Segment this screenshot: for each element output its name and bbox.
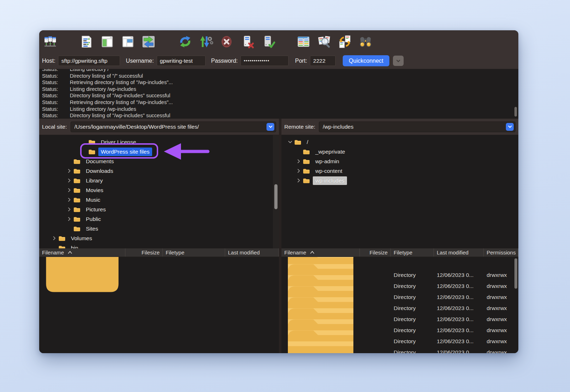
local-tree-scrollbar-thumb[interactable]: [274, 184, 278, 209]
cancel-icon: [219, 34, 234, 50]
expand-arrow[interactable]: [65, 207, 73, 212]
remote-path-field[interactable]: /wp-includes: [319, 122, 515, 132]
chevron-right-icon: [67, 179, 71, 182]
tree-item-label: Music: [83, 196, 103, 204]
expand-arrow[interactable]: [50, 236, 58, 241]
column-header-filetype[interactable]: Filetype: [163, 248, 225, 257]
local-tree-item-bin[interactable]: bin: [39, 243, 279, 248]
folder-icon: [303, 168, 310, 174]
remote-path-text: /wp-includes: [323, 124, 506, 130]
remote-list-scrollbar-thumb[interactable]: [514, 258, 517, 289]
expand-arrow[interactable]: [65, 178, 73, 184]
pane-splitter[interactable]: [279, 119, 281, 353]
quickconnect-button[interactable]: Quickconnect: [343, 55, 389, 66]
log-scrollbar-thumb[interactable]: [514, 107, 517, 117]
column-header-label: Filename: [284, 249, 306, 256]
find-files-button[interactable]: [357, 33, 374, 50]
column-header-permissions[interactable]: Permissions: [484, 248, 518, 257]
synchronized-browsing-button[interactable]: [337, 33, 353, 50]
chevron-right-icon: [67, 217, 71, 221]
local-tree-item-music[interactable]: Music: [39, 195, 279, 205]
column-header-filetype[interactable]: Filetype: [391, 248, 434, 257]
process-queue-button[interactable]: [198, 33, 214, 50]
refresh-button[interactable]: [177, 33, 193, 50]
tree-item-label: Driver License: [98, 138, 139, 146]
filename-filters-button[interactable]: [316, 33, 332, 50]
host-input[interactable]: [58, 56, 120, 66]
column-header-filesize[interactable]: Filesize: [125, 248, 163, 257]
username-input[interactable]: [157, 56, 206, 66]
remote-path-dropdown-button[interactable]: [506, 123, 514, 131]
expand-arrow[interactable]: [65, 168, 73, 174]
local-tree-item-sites[interactable]: Sites: [39, 224, 279, 233]
folder-icon: [303, 149, 310, 155]
message-log-icon: [79, 34, 94, 50]
expand-arrow[interactable]: [65, 216, 73, 222]
tree-item-label: /: [304, 138, 311, 146]
tree-item-label: Volumes: [68, 234, 94, 243]
local-tree-item-volumes[interactable]: Volumes: [39, 233, 279, 243]
tree-item-label: WordPress site files: [98, 148, 152, 156]
expand-arrow[interactable]: [294, 178, 303, 184]
tree-item-label: Library: [83, 176, 105, 185]
column-header-last-modified[interactable]: Last modified: [225, 248, 279, 257]
expand-arrow[interactable]: [65, 187, 73, 193]
expand-arrow[interactable]: [294, 168, 303, 174]
remote-tree-item-root[interactable]: /: [281, 137, 518, 147]
local-tree-item-driver-license[interactable]: Driver License: [39, 137, 279, 147]
directory-comparison-button[interactable]: [295, 33, 312, 50]
quickconnect-dropdown-button[interactable]: [393, 56, 404, 66]
collapse-arrow[interactable]: [286, 139, 294, 145]
column-header-last-modified[interactable]: Last modified: [434, 248, 484, 257]
remote-tree-item-wp-includes[interactable]: wp-includes: [281, 176, 518, 185]
local-path-field[interactable]: /Users/loganmayville/Desktop/WordPress s…: [71, 122, 276, 132]
column-header-filename[interactable]: Filename: [281, 248, 360, 257]
local-tree-item-downloads[interactable]: Downloads: [39, 166, 279, 176]
port-input[interactable]: [310, 56, 336, 66]
tree-item-label: Documents: [83, 157, 116, 166]
password-input[interactable]: [240, 56, 289, 66]
remote-tree-item-wp-content[interactable]: wp-content: [281, 166, 518, 176]
local-tree-item-library[interactable]: Library: [39, 176, 279, 185]
disconnect-button[interactable]: [239, 33, 255, 50]
remote-tree-toggle-button[interactable]: [120, 33, 136, 50]
local-tree-scrollbar[interactable]: [273, 135, 279, 248]
log-status-label: Status:: [42, 99, 70, 106]
remote-tree-item-wp-admin[interactable]: wp-admin: [281, 156, 518, 166]
local-tree-item-pictures[interactable]: Pictures: [39, 205, 279, 214]
local-tree-item-public[interactable]: Public: [39, 214, 279, 224]
folder-icon: [294, 139, 301, 145]
cancel-button[interactable]: [218, 33, 235, 50]
log-entry: Status:Retrieving directory listing of "…: [42, 99, 515, 106]
permissions-cell: drwxrwx: [484, 338, 518, 345]
folder-icon: [73, 216, 81, 222]
site-manager-button[interactable]: [42, 33, 58, 50]
reconnect-button[interactable]: [260, 33, 276, 50]
transfer-arrows-icon: [141, 34, 156, 50]
filetype-cell: Directory: [391, 305, 434, 311]
folder-icon: [73, 207, 81, 212]
message-log-toggle-button[interactable]: [78, 33, 95, 50]
local-tree-item-wordpress-site-files[interactable]: WordPress site files: [39, 147, 279, 156]
file-row-block-patterns[interactable]: block-patternsDirectory12/06/2023 0...dr…: [281, 347, 518, 353]
transfer-queue-toggle-button[interactable]: [140, 33, 157, 50]
local-tree-toggle-button[interactable]: [99, 33, 115, 50]
expand-arrow[interactable]: [65, 197, 73, 203]
column-header-filename[interactable]: Filename: [39, 248, 125, 257]
column-header-label: Filesize: [369, 249, 388, 256]
last-modified-cell: 12/06/2023 0...: [434, 316, 484, 323]
reconnect-icon: [260, 34, 276, 50]
expand-arrow[interactable]: [294, 159, 303, 164]
remote-tree-item-wpeprivate[interactable]: _wpeprivate: [281, 147, 518, 156]
local-tree-item-documents[interactable]: Documents: [39, 156, 279, 166]
find-files-icon: [358, 34, 373, 50]
remote-pane: Remote site: /wp-includes /_wpeprivatewp…: [281, 119, 518, 353]
log-status-label: Status:: [42, 69, 70, 73]
column-header-filesize[interactable]: Filesize: [360, 248, 391, 257]
local-tree-item-movies[interactable]: Movies: [39, 185, 279, 195]
tree-item-label: Public: [83, 215, 103, 223]
folder-icon: [73, 168, 81, 174]
local-path-dropdown-button[interactable]: [266, 123, 274, 131]
directory-comparison-icon: [296, 34, 311, 50]
file-row-root[interactable]: ..: [39, 258, 279, 269]
